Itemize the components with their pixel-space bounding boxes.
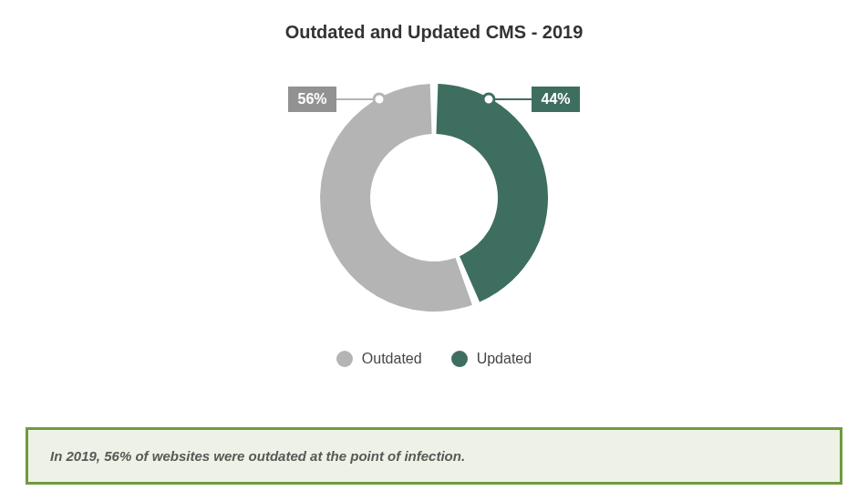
legend-item-updated: Updated [451,351,532,367]
legend-item-outdated: Outdated [336,351,422,367]
svg-point-1 [374,94,385,105]
caption-text: In 2019, 56% of websites were outdated a… [50,448,465,464]
legend-label-updated: Updated [477,351,532,367]
legend: Outdated Updated [0,351,868,367]
chart-title: Outdated and Updated CMS - 2019 [0,0,868,43]
svg-point-4 [483,94,494,105]
donut-chart: 56% 44% Outdated Updated [0,43,868,371]
legend-label-outdated: Outdated [362,351,422,367]
donut-svg: 56% 44% [179,43,689,343]
swatch-updated [451,351,468,367]
caption-box: In 2019, 56% of websites were outdated a… [26,427,842,485]
label-outdated: 56% [297,91,326,107]
label-updated: 44% [541,91,570,107]
swatch-outdated [336,351,353,367]
